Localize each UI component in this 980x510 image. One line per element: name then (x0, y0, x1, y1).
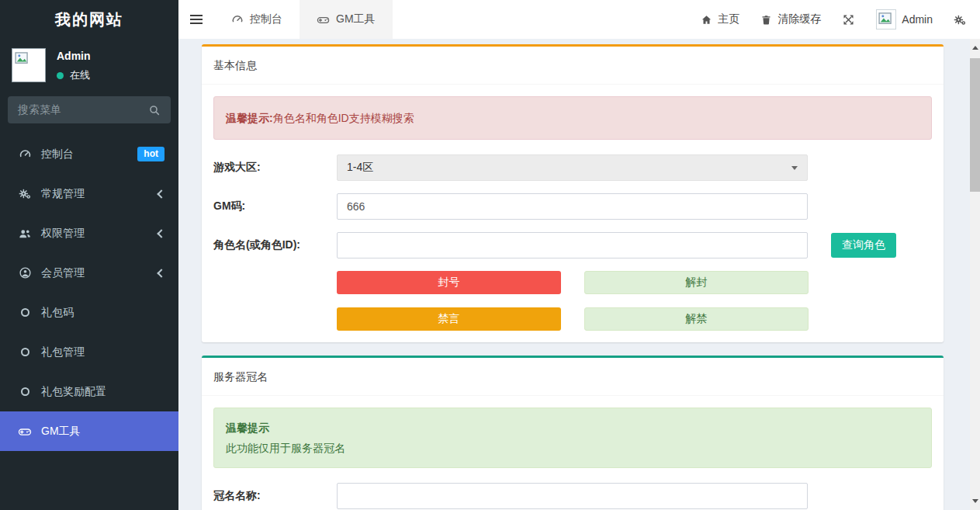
sidebar-item-label: 礼包奖励配置 (41, 385, 106, 399)
unban-button[interactable]: 解封 (584, 271, 809, 294)
circle-icon (17, 387, 33, 396)
user-panel: Admin 在线 (0, 39, 178, 84)
content-area: 基本信息 温馨提示:角色名和角色ID支持模糊搜索 游戏大区: 1-4区 GM码: (178, 39, 980, 510)
users-icon (17, 227, 33, 241)
chevron-left-icon (157, 189, 165, 198)
sidebar-search-input[interactable]: 搜索菜单 (8, 96, 171, 123)
query-role-button[interactable]: 查询角色 (831, 233, 896, 258)
server-naming-card: 服务器冠名 温馨提示 此功能仅用于服务器冠名 冠名名称: (202, 356, 944, 510)
tab-dashboard[interactable]: 控制台 (214, 0, 300, 39)
alert-bold: 温馨提示: (226, 112, 273, 124)
app-root: 我的网站 Admin 在线 搜索菜单 (0, 0, 980, 510)
sidebar-item-label: 礼包管理 (41, 345, 85, 359)
sidebar-item-members[interactable]: 会员管理 (0, 253, 178, 293)
basic-info-card: 基本信息 温馨提示:角色名和角色ID支持模糊搜索 游戏大区: 1-4区 GM码: (202, 44, 944, 342)
navbar-user-label: Admin (902, 13, 933, 26)
sidebar-toggle-button[interactable] (178, 0, 214, 39)
sidebar-item-gift-manage[interactable]: 礼包管理 (0, 332, 178, 372)
gamepad-icon (17, 425, 33, 439)
alert-text: 角色名和角色ID支持模糊搜索 (273, 112, 414, 124)
zone-select[interactable]: 1-4区 (337, 154, 808, 181)
chevron-left-icon (157, 229, 165, 238)
alert-bold: 温馨提示 (226, 422, 269, 434)
top-navbar: 控制台 GM工具 (178, 0, 980, 39)
card-title: 服务器冠名 (202, 358, 944, 396)
server-naming-alert: 温馨提示 此功能仅用于服务器冠名 (213, 408, 932, 468)
gamepad-icon (317, 13, 330, 26)
home-icon (701, 14, 712, 26)
card-title: 基本信息 (202, 47, 944, 85)
gm-code-row: GM码: (213, 193, 932, 220)
dashboard-icon (17, 147, 33, 161)
tab-label: 控制台 (250, 12, 282, 26)
settings-button[interactable] (954, 13, 967, 26)
scroll-down-arrow-icon[interactable] (970, 496, 980, 506)
clear-cache-link[interactable]: 清除缓存 (760, 12, 821, 26)
ban-button[interactable]: 封号 (337, 271, 561, 294)
role-input[interactable] (337, 232, 808, 258)
clear-cache-label: 清除缓存 (777, 12, 821, 26)
sidebar-item-dashboard[interactable]: 控制台 hot (0, 134, 178, 174)
home-label: 主页 (718, 12, 739, 26)
unmute-button[interactable]: 解禁 (584, 307, 809, 331)
gears-icon (954, 13, 967, 26)
home-link[interactable]: 主页 (701, 12, 739, 26)
alert-text: 此功能仅用于服务器冠名 (226, 440, 919, 456)
gears-icon (17, 187, 33, 200)
mute-button[interactable]: 禁言 (337, 307, 561, 331)
tab-label: GM工具 (336, 12, 376, 26)
circle-icon (17, 308, 33, 317)
zone-row: 游戏大区: 1-4区 (213, 154, 932, 181)
sidebar-item-label: 权限管理 (41, 227, 85, 241)
site-title: 我的网站 (0, 0, 178, 39)
sidebar-item-gift-reward-config[interactable]: 礼包奖励配置 (0, 372, 178, 411)
navbar-avatar (876, 9, 896, 29)
fullscreen-icon (842, 13, 855, 26)
caret-down-icon (791, 166, 798, 170)
avatar (12, 48, 46, 82)
scroll-up-arrow-icon[interactable] (970, 43, 980, 53)
sidebar-item-general[interactable]: 常规管理 (0, 174, 178, 213)
crown-name-label: 冠名名称: (213, 489, 337, 503)
online-dot-icon (57, 72, 64, 79)
main-area: 控制台 GM工具 (178, 0, 980, 510)
circle-icon (17, 348, 33, 356)
sidebar: 我的网站 Admin 在线 搜索菜单 (0, 0, 178, 510)
user-status: 在线 (57, 68, 91, 82)
role-row: 角色名(或角色ID): 查询角色 (213, 232, 932, 258)
fullscreen-button[interactable] (842, 13, 855, 26)
user-name: Admin (57, 50, 91, 62)
dashboard-icon (231, 13, 244, 26)
role-label: 角色名(或角色ID): (213, 238, 337, 252)
zone-select-value: 1-4区 (347, 161, 373, 175)
sidebar-search-placeholder: 搜索菜单 (18, 103, 61, 117)
fuzzy-search-alert: 温馨提示:角色名和角色ID支持模糊搜索 (213, 96, 932, 140)
zone-label: 游戏大区: (213, 161, 337, 175)
sidebar-menu: 控制台 hot 常规管理 (0, 134, 178, 451)
scrollbar-thumb[interactable] (970, 58, 980, 192)
sidebar-item-gift-code[interactable]: 礼包码 (0, 293, 178, 332)
trash-icon (760, 14, 772, 26)
tab-gm-tools[interactable]: GM工具 (300, 0, 393, 39)
broken-image-icon (878, 11, 895, 26)
gm-code-input[interactable] (337, 193, 808, 220)
chevron-left-icon (157, 269, 165, 277)
sidebar-item-label: 礼包码 (41, 306, 74, 320)
gm-code-label: GM码: (213, 199, 337, 213)
sidebar-item-label: GM工具 (41, 425, 81, 439)
sidebar-item-label: 会员管理 (41, 266, 85, 280)
sidebar-item-label: 常规管理 (41, 187, 85, 201)
user-status-label: 在线 (70, 68, 90, 82)
sidebar-item-gm-tools[interactable]: GM工具 (0, 411, 178, 451)
crown-name-row: 冠名名称: (213, 483, 932, 509)
navbar-right: 主页 清除缓存 (701, 0, 980, 39)
crown-name-input[interactable] (337, 483, 808, 509)
search-icon[interactable] (148, 104, 161, 116)
hot-badge: hot (137, 147, 164, 161)
sidebar-item-label: 控制台 (41, 147, 74, 161)
user-icon (17, 266, 33, 279)
vertical-scrollbar[interactable] (970, 39, 980, 510)
broken-image-icon (14, 50, 43, 66)
sidebar-item-permissions[interactable]: 权限管理 (0, 213, 178, 253)
user-menu[interactable]: Admin (876, 9, 933, 29)
